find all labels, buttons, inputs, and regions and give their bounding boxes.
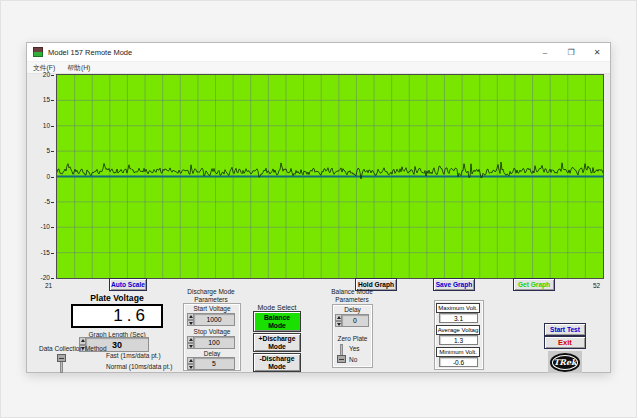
balance-mode-line1: Balance bbox=[264, 314, 290, 322]
stepper-arrows[interactable] bbox=[335, 314, 342, 327]
y-axis-tick-mark bbox=[51, 177, 54, 178]
mode-select-label: Mode Select bbox=[249, 304, 305, 311]
y-axis-tick-label: -15 bbox=[25, 249, 50, 256]
decrement-icon[interactable] bbox=[187, 343, 194, 350]
minus-discharge-mode-button[interactable]: -Discharge Mode bbox=[253, 353, 301, 372]
app-window: Model 157 Remote Mode – ❐ ✕ 文件(F) 帮助(H) … bbox=[26, 42, 611, 373]
y-axis: 20151050-5-10-15-20 bbox=[29, 74, 54, 279]
x-axis-end-label: 52 bbox=[593, 282, 600, 289]
zero-plate-toggle[interactable] bbox=[337, 344, 346, 363]
discharge-delay-label: Delay bbox=[183, 350, 241, 357]
y-axis-tick-mark bbox=[51, 75, 54, 76]
data-collection-slider[interactable] bbox=[57, 354, 66, 373]
minimum-volt-label: Minimum Volt. bbox=[436, 347, 480, 357]
discharge-group-label-1: Discharge Mode bbox=[173, 288, 249, 295]
x-axis-start-label: 21 bbox=[45, 282, 52, 289]
balance-delay-label: Delay bbox=[332, 306, 373, 313]
y-axis-tick-label: 5 bbox=[25, 147, 50, 154]
y-axis-tick-label: 15 bbox=[25, 96, 50, 103]
maximum-volt-label: Maximum Volt. bbox=[436, 303, 480, 313]
balance-delay-stepper[interactable]: 0 bbox=[335, 314, 369, 327]
data-collection-label: Data Collection Method bbox=[39, 345, 107, 352]
exit-button[interactable]: Exit bbox=[544, 336, 586, 349]
minus-discharge-line2: Mode bbox=[268, 363, 286, 371]
save-graph-button[interactable]: Save Graph bbox=[433, 278, 475, 291]
menu-item-help[interactable]: 帮助(H) bbox=[61, 63, 96, 73]
discharge-group-label-2: Parameters bbox=[173, 296, 249, 303]
trek-logo-text: TRek bbox=[553, 357, 576, 367]
stepper-arrows[interactable] bbox=[187, 357, 194, 370]
screenshot-background: Model 157 Remote Mode – ❐ ✕ 文件(F) 帮助(H) … bbox=[0, 0, 637, 418]
stop-voltage-stepper[interactable]: 100 bbox=[187, 336, 235, 349]
y-axis-tick-mark bbox=[51, 202, 54, 203]
close-button[interactable]: ✕ bbox=[584, 43, 610, 61]
waveform-plot bbox=[56, 74, 604, 279]
window-title: Model 157 Remote Mode bbox=[48, 48, 132, 57]
start-voltage-value: 1000 bbox=[194, 313, 235, 326]
y-axis-tick-mark bbox=[51, 253, 54, 254]
maximum-volt-value: 3.1 bbox=[439, 313, 478, 323]
increment-icon[interactable] bbox=[79, 337, 86, 345]
maximize-button[interactable]: ❐ bbox=[558, 43, 584, 61]
plus-discharge-mode-button[interactable]: +Discharge Mode bbox=[253, 333, 301, 352]
waveform-svg bbox=[57, 75, 603, 278]
data-collection-option-fast: Fast (1ms/data pt.) bbox=[106, 352, 161, 359]
y-axis-tick-label: -10 bbox=[25, 223, 50, 230]
plus-discharge-line1: +Discharge bbox=[259, 335, 296, 343]
stop-voltage-value: 100 bbox=[194, 336, 235, 349]
y-axis-tick-label: 10 bbox=[25, 122, 50, 129]
minimize-button[interactable]: – bbox=[532, 43, 558, 61]
average-voltage-label: Average Voltag bbox=[436, 325, 480, 335]
plus-discharge-line2: Mode bbox=[268, 343, 286, 351]
y-axis-tick-label: 0 bbox=[25, 173, 50, 180]
balance-mode-line2: Mode bbox=[268, 322, 286, 330]
balance-mode-button[interactable]: Balance Mode bbox=[253, 311, 301, 332]
start-voltage-stepper[interactable]: 1000 bbox=[187, 313, 235, 326]
balance-group-label-1: Balance Mode bbox=[324, 288, 380, 295]
y-axis-tick-mark bbox=[51, 100, 54, 101]
y-axis-tick-mark bbox=[51, 227, 54, 228]
zero-plate-option-no: No bbox=[349, 356, 357, 363]
app-icon bbox=[33, 47, 43, 57]
stepper-arrows[interactable] bbox=[187, 336, 194, 349]
toggle-handle[interactable] bbox=[337, 355, 346, 363]
y-axis-tick-label: -20 bbox=[25, 274, 50, 281]
discharge-delay-stepper[interactable]: 5 bbox=[187, 357, 235, 370]
minimum-volt-value: -0.6 bbox=[439, 357, 478, 367]
trek-logo-oval: TRek bbox=[550, 353, 580, 372]
window-controls: – ❐ ✕ bbox=[532, 43, 610, 61]
start-test-button[interactable]: Start Test bbox=[544, 323, 586, 336]
stepper-arrows[interactable] bbox=[187, 313, 194, 326]
balance-group-label-2: Parameters bbox=[324, 296, 380, 303]
decrement-icon[interactable] bbox=[335, 321, 342, 328]
trek-logo: TRek bbox=[548, 351, 582, 373]
get-graph-button[interactable]: Get Graph bbox=[513, 278, 555, 291]
auto-scale-button[interactable]: Auto Scale bbox=[109, 278, 147, 291]
plate-voltage-title: Plate Voltage bbox=[57, 293, 177, 303]
minus-discharge-line1: -Discharge bbox=[259, 355, 294, 363]
zero-plate-option-yes: Yes bbox=[349, 345, 360, 352]
y-axis-tick-label: 20 bbox=[25, 71, 50, 78]
decrement-icon[interactable] bbox=[187, 320, 194, 327]
title-bar: Model 157 Remote Mode – ❐ ✕ bbox=[27, 43, 610, 62]
y-axis-tick-mark bbox=[51, 278, 54, 279]
y-axis-tick-mark bbox=[51, 151, 54, 152]
start-voltage-label: Start Voltage bbox=[183, 305, 241, 312]
menu-bar: 文件(F) 帮助(H) bbox=[27, 62, 610, 74]
stop-voltage-label: Stop Voltage bbox=[183, 328, 241, 335]
average-voltage-value: 1.3 bbox=[439, 335, 478, 345]
plate-voltage-display: 1.6 bbox=[71, 304, 163, 328]
slider-handle[interactable] bbox=[57, 354, 66, 362]
y-axis-tick-mark bbox=[51, 126, 54, 127]
discharge-delay-value: 5 bbox=[194, 357, 235, 370]
zero-plate-label: Zero Plate bbox=[332, 335, 373, 342]
balance-delay-value: 0 bbox=[342, 314, 369, 327]
data-collection-option-normal: Normal (10ms/data pt.) bbox=[106, 363, 172, 370]
y-axis-tick-label: -5 bbox=[25, 198, 50, 205]
decrement-icon[interactable] bbox=[187, 364, 194, 371]
